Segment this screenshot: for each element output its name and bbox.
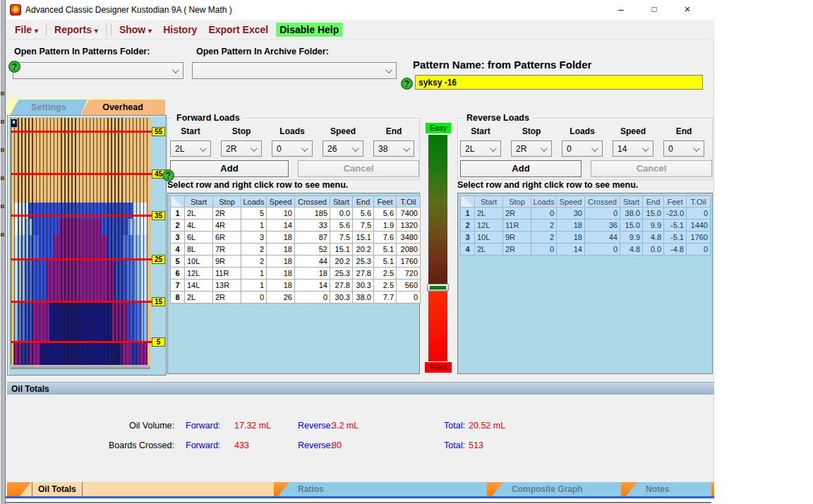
forward-end-dropdown[interactable]: 38	[373, 140, 414, 157]
help-icon[interactable]: ?	[401, 78, 413, 90]
table-cell[interactable]: 2	[461, 220, 475, 232]
table-cell[interactable]: 1	[171, 208, 185, 220]
table-cell[interactable]: 10L	[185, 256, 213, 268]
table-cell[interactable]: 1	[461, 208, 475, 220]
table-cell[interactable]: 6	[171, 268, 185, 280]
table-cell[interactable]: 2R	[213, 208, 241, 220]
table-cell[interactable]: 7R	[213, 244, 241, 256]
archive-folder-dropdown[interactable]	[192, 62, 397, 79]
help-icon[interactable]: ?	[8, 61, 20, 73]
table-cell[interactable]: 2R	[213, 292, 241, 304]
table-cell[interactable]: 1.9	[374, 220, 397, 232]
menu-history[interactable]: History	[159, 23, 200, 37]
table-cell[interactable]: 14	[267, 220, 295, 232]
table-cell[interactable]: 1760	[397, 256, 421, 268]
table-row[interactable]: 12L2R5101850.05.65.67400	[171, 208, 421, 220]
table-cell[interactable]: -5.1	[664, 220, 687, 232]
table-cell[interactable]: 0	[585, 244, 620, 256]
table-cell[interactable]: 0	[397, 292, 421, 304]
menu-show[interactable]: Show ▾	[116, 23, 155, 37]
table-row[interactable]: 714L13R1181427.830.32.5560	[171, 280, 421, 292]
table-row[interactable]: 36L6R318877.515.17.63480	[171, 232, 421, 244]
table-cell[interactable]: 5.6	[374, 208, 397, 220]
table-cell[interactable]: 14L	[185, 280, 213, 292]
table-cell[interactable]: 6L	[185, 232, 213, 244]
table-cell[interactable]: 4R	[213, 220, 241, 232]
menu-reports[interactable]: Reports ▾	[51, 23, 102, 37]
table-cell[interactable]: 12L	[185, 268, 213, 280]
table-cell[interactable]: 2L	[185, 292, 213, 304]
forward-loads-table[interactable]: StartStopLoadsSpeedCrossedStartEndFeetT.…	[170, 196, 421, 304]
table-cell[interactable]: 5	[241, 208, 267, 220]
table-cell[interactable]: 7	[171, 280, 185, 292]
table-cell[interactable]: 0	[585, 208, 620, 220]
table-cell[interactable]: 18	[267, 280, 295, 292]
table-cell[interactable]: 0	[241, 292, 267, 304]
table-cell[interactable]: 0	[531, 244, 557, 256]
table-cell[interactable]: 38.0	[620, 208, 643, 220]
table-cell[interactable]: 15.1	[353, 232, 374, 244]
table-cell[interactable]: 4.8	[620, 244, 643, 256]
table-cell[interactable]: 0.0	[643, 244, 664, 256]
reverse-cancel-button[interactable]: Cancel	[591, 160, 712, 177]
minimize-button[interactable]: –	[608, 0, 634, 20]
table-cell[interactable]: 5.1	[374, 244, 397, 256]
reverse-loads-dropdown[interactable]: 0	[562, 140, 603, 157]
table-cell[interactable]: 9R	[503, 232, 531, 244]
select-all-corner[interactable]	[461, 196, 475, 208]
table-cell[interactable]: 26	[267, 292, 295, 304]
menu-disable-help[interactable]: Disable Help	[276, 23, 342, 37]
reverse-stop-dropdown[interactable]: 2R	[511, 140, 552, 157]
table-cell[interactable]: -23.0	[664, 208, 687, 220]
table-cell[interactable]: 30	[557, 208, 585, 220]
table-cell[interactable]: 52	[295, 244, 330, 256]
table-cell[interactable]: 1	[241, 268, 267, 280]
tab-composite-graph[interactable]: Composite Graph	[492, 482, 621, 496]
table-row[interactable]: 612L11R1181825.327.82.5720	[171, 268, 421, 280]
table-cell[interactable]: 18	[295, 268, 330, 280]
table-row[interactable]: 48L7R2185215.120.25.12080	[171, 244, 421, 256]
table-cell[interactable]: 25.3	[330, 268, 353, 280]
lane-overhead-view[interactable]: 55 45 35 25 15 5	[7, 115, 167, 376]
table-cell[interactable]: 4L	[185, 220, 213, 232]
table-cell[interactable]: 14	[557, 244, 585, 256]
reverse-loads-table[interactable]: StartStopLoadsSpeedCrossedStartEndFeetT.…	[460, 196, 711, 256]
table-cell[interactable]: 9.9	[620, 232, 643, 244]
table-cell[interactable]: 2.5	[374, 280, 397, 292]
forward-start-dropdown[interactable]: 2L	[170, 140, 211, 157]
table-row[interactable]: 212L11R2183615.09.9-5.11440	[461, 220, 711, 232]
table-cell[interactable]: 1760	[687, 232, 711, 244]
table-cell[interactable]: 27.8	[353, 268, 374, 280]
table-cell[interactable]: 15.0	[620, 220, 643, 232]
table-cell[interactable]: 2L	[185, 208, 213, 220]
table-cell[interactable]: 2L	[475, 208, 503, 220]
table-cell[interactable]: 18	[267, 232, 295, 244]
table-cell[interactable]: 0	[687, 244, 711, 256]
help-icon[interactable]: ?	[162, 169, 174, 181]
reverse-start-dropdown[interactable]: 2L	[460, 140, 501, 157]
reverse-end-dropdown[interactable]: 0	[663, 140, 704, 157]
table-cell[interactable]: 13R	[213, 280, 241, 292]
forward-loads-dropdown[interactable]: 0	[272, 140, 313, 157]
maximize-button[interactable]: □	[642, 0, 667, 20]
reverse-add-button[interactable]: Add	[460, 160, 582, 177]
table-cell[interactable]: 4	[171, 244, 185, 256]
table-cell[interactable]: 15.1	[330, 244, 353, 256]
table-cell[interactable]: 27.8	[330, 280, 353, 292]
table-cell[interactable]: 18	[557, 220, 585, 232]
table-cell[interactable]: 11R	[503, 220, 531, 232]
table-cell[interactable]: 560	[397, 280, 421, 292]
forward-stop-dropdown[interactable]: 2R	[221, 140, 262, 157]
forward-cancel-button[interactable]: Cancel	[298, 160, 419, 177]
table-cell[interactable]: 2.5	[374, 268, 397, 280]
pattern-name-input[interactable]	[415, 75, 703, 90]
table-cell[interactable]: 87	[295, 232, 330, 244]
table-cell[interactable]: 2L	[475, 244, 503, 256]
table-cell[interactable]: 3	[461, 232, 475, 244]
table-cell[interactable]: 11R	[213, 268, 241, 280]
table-cell[interactable]: 5.1	[374, 256, 397, 268]
table-cell[interactable]: 2R	[503, 208, 531, 220]
table-cell[interactable]: 3	[171, 232, 185, 244]
table-cell[interactable]: 8L	[185, 244, 213, 256]
table-cell[interactable]: 0	[531, 208, 557, 220]
